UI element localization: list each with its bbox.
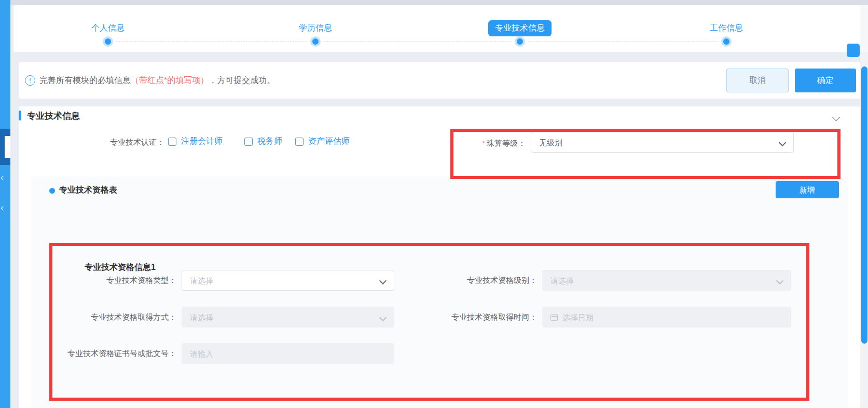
qual-method-label: 专业技术资格取得方式： [50, 312, 176, 322]
stepper: 个人信息 学历信息 专业技术信息 工作信息 [13, 5, 860, 52]
checkbox-label[interactable]: 资产评估师 [308, 136, 350, 147]
checkbox-icon[interactable] [168, 138, 176, 146]
notice-message-part2: ，方可提交成功。 [209, 76, 275, 85]
step-work-info[interactable]: 工作信息 [710, 23, 743, 34]
qual-method-placeholder: 请选择 [190, 313, 213, 323]
step-dot [517, 38, 523, 45]
step-dot [312, 38, 319, 45]
professional-info-panel: 专业技术信息 专业技术认证： 注册会计师 税务师 资产评估师 *珠算等级： 无级… [19, 106, 860, 408]
checkbox-label[interactable]: 税务师 [257, 136, 282, 147]
step-dot [105, 38, 111, 45]
chevron-down-icon [832, 113, 841, 121]
qual-date-placeholder: 选择日期 [562, 313, 594, 323]
qual-type-placeholder: 请选择 [190, 276, 213, 286]
chevron-down-icon [776, 277, 783, 284]
bullet-icon [49, 188, 55, 194]
chevron-left-icon[interactable] [1, 206, 5, 210]
scrollbar-thumb[interactable] [861, 66, 867, 344]
abacus-level-label-text: 珠算等级： [487, 139, 526, 147]
info-icon: ! [25, 75, 35, 86]
qual-cert-number-label: 专业技术资格证书号或批文号： [50, 349, 176, 359]
cancel-button[interactable]: 取消 [726, 69, 789, 92]
required-asterisk: * [482, 139, 485, 147]
qual-level-select[interactable]: 请选择 [542, 270, 791, 291]
checkbox-cpa[interactable]: 注册会计师 [168, 136, 223, 147]
notice-bar: ! 完善所有模块的必填信息（带红点*的填写项），方可提交成功。 取消 确定 [19, 62, 860, 99]
app-screen: 个人信息 学历信息 专业技术信息 工作信息 ! 完善所有模块的必填信息（带红点*… [0, 0, 868, 408]
chevron-down-icon [379, 314, 387, 321]
chevron-down-icon [779, 139, 786, 146]
checkbox-icon[interactable] [244, 138, 253, 146]
qual-level-placeholder: 请选择 [550, 276, 574, 286]
chevron-down-icon [379, 277, 387, 284]
qual-cert-number-input[interactable]: 请输入 [182, 343, 394, 364]
qual-cert-number-placeholder: 请输入 [190, 349, 213, 359]
collapse-panel-button[interactable] [833, 113, 839, 122]
notice-message-highlight: （带红点*的填写项） [131, 76, 209, 85]
notice-message-part1: 完善所有模块的必填信息 [39, 76, 131, 85]
qualification-form-title: 专业技术资格信息1 [85, 262, 156, 273]
step-dot [723, 38, 729, 45]
abacus-level-value: 无级别 [539, 138, 562, 148]
step-connector [324, 41, 512, 42]
abacus-level-label: *珠算等级： [434, 139, 526, 148]
qualification-table-title: 专业技术资格表 [59, 185, 117, 196]
checkbox-label[interactable]: 注册会计师 [181, 136, 223, 147]
sidebar-active-marker [5, 136, 10, 158]
step-personal-info[interactable]: 个人信息 [91, 23, 125, 34]
qual-date-picker[interactable]: 选择日期 [542, 307, 791, 328]
scrollbar-track-top [860, 5, 868, 52]
add-button[interactable]: 新增 [776, 181, 839, 198]
section-title: 专业技术信息 [27, 110, 80, 122]
sidebar-active-item[interactable] [0, 129, 10, 165]
notice-message: 完善所有模块的必填信息（带红点*的填写项），方可提交成功。 [39, 75, 275, 86]
qual-type-select[interactable]: 请选择 [182, 270, 394, 291]
qual-date-label: 专业技术资格取得时间： [410, 312, 537, 322]
step-connector [116, 41, 307, 42]
section-accent-bar [19, 111, 21, 120]
checkbox-tax-agent[interactable]: 税务师 [244, 136, 282, 147]
step-education-info[interactable]: 学历信息 [299, 23, 332, 34]
certification-label: 专业技术认证： [19, 138, 164, 147]
calendar-icon [550, 314, 558, 321]
top-strip [0, 0, 868, 5]
step-connector [528, 41, 718, 42]
qual-level-label: 专业技术资格级别： [410, 276, 537, 285]
confirm-button[interactable]: 确定 [795, 69, 856, 92]
qualification-table-panel [31, 176, 848, 408]
qual-method-select[interactable]: 请选择 [182, 307, 394, 328]
chevron-left-icon[interactable] [1, 176, 5, 180]
left-sidebar[interactable] [0, 0, 10, 408]
qual-type-label: 专业技术资格类型： [50, 276, 176, 285]
floating-widget[interactable] [847, 44, 860, 57]
step-professional-info-active[interactable]: 专业技术信息 [488, 20, 552, 36]
checkbox-asset-appraiser[interactable]: 资产评估师 [295, 136, 350, 147]
abacus-level-select[interactable]: 无级别 [531, 132, 794, 153]
checkbox-icon[interactable] [295, 138, 304, 146]
